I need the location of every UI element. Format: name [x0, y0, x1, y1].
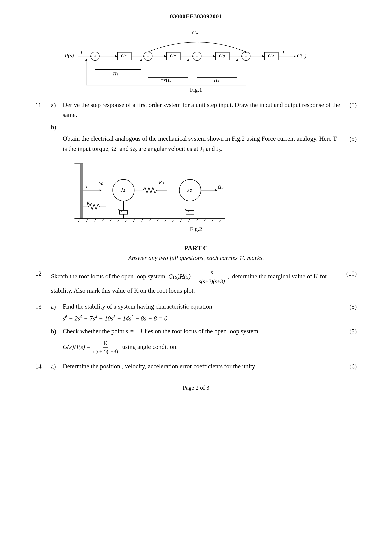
svg-line-90: [94, 219, 96, 222]
svg-marker-64: [99, 189, 102, 191]
q11-b-text-full: Obtain the electrical analogous of the m…: [63, 134, 341, 154]
q14-a-label: a): [51, 361, 63, 371]
svg-line-105: [212, 219, 214, 222]
figure2-diagram: T Ω K₁ J₁ B₁ K₂ J₂ B₂: [69, 160, 323, 222]
svg-text:−H₁: −H₁: [110, 71, 118, 76]
q11-b-content: Obtain the electrical analogous of the m…: [35, 134, 357, 154]
svg-marker-58: [85, 59, 87, 61]
q13-a-text: Find the stability of a system having ch…: [63, 301, 341, 312]
question-12: 12 Sketch the root locus of the open loo…: [35, 268, 357, 296]
svg-text:−H₃: −H₃: [211, 78, 219, 83]
q13-b-marks: (5): [341, 326, 357, 336]
svg-marker-15: [164, 55, 167, 57]
svg-line-100: [173, 219, 175, 222]
svg-text:J₂: J₂: [187, 187, 192, 193]
q11-b-indent: [35, 134, 51, 134]
svg-text:1: 1: [282, 50, 284, 55]
svg-rect-60: [80, 164, 83, 219]
question-11: 11 a) Derive the step response of a firs…: [35, 100, 357, 154]
page-number: Page 2 of 3: [183, 384, 209, 391]
svg-line-88: [78, 219, 80, 222]
svg-text:G₄: G₄: [268, 53, 274, 59]
svg-text:−H₄: −H₄: [161, 77, 169, 82]
q13-row-a: 13 a) Find the stability of a system hav…: [35, 301, 357, 312]
svg-text:G₁: G₁: [121, 53, 127, 59]
q14-a-marks: (6): [341, 361, 357, 371]
svg-text:R(s): R(s): [64, 53, 74, 59]
question-14: 14 a) Determine the position , velocity,…: [35, 361, 357, 371]
svg-line-106: [219, 219, 222, 222]
q13-b-equation: G(s)H(s) = Ks(s+2)(s+3) using angle cond…: [63, 339, 357, 356]
q13-a-marks: (5): [341, 301, 357, 311]
q12-text: Sketch the root locus of the open loop s…: [51, 268, 341, 296]
svg-marker-36: [294, 55, 296, 57]
svg-text:C(s): C(s): [297, 53, 306, 59]
q13-a-label: a): [51, 301, 63, 311]
svg-line-96: [141, 219, 143, 222]
q11-b-marks: (5): [341, 134, 357, 143]
question-13: 13 a) Find the stability of a system hav…: [35, 301, 357, 355]
svg-text:G₃: G₃: [219, 53, 225, 59]
q11-a-text: Derive the step response of a first orde…: [63, 100, 341, 120]
q11-b-spacer: [35, 122, 51, 122]
svg-line-104: [204, 219, 206, 222]
q12-row: 12 Sketch the root locus of the open loo…: [35, 268, 357, 296]
svg-text:T: T: [85, 184, 88, 189]
q12-fraction: Ks(s+2)(s+3): [198, 268, 225, 286]
q11-a-label: a): [51, 100, 63, 110]
fig1-label: Fig.1: [190, 85, 202, 94]
svg-line-89: [86, 219, 88, 222]
svg-text:+: +: [196, 54, 198, 59]
q12-marks: (10): [341, 268, 357, 278]
svg-text:G₂: G₂: [170, 53, 176, 59]
part-c-subtitle: Answer any two full questions, each carr…: [35, 253, 357, 263]
q12-number: 12: [35, 268, 51, 278]
q12-formula: G(s)H(s) = Ks(s+2)(s+3): [168, 273, 226, 280]
svg-line-94: [126, 219, 127, 222]
svg-marker-85: [215, 189, 217, 191]
svg-text:Ω₂: Ω₂: [217, 184, 224, 190]
svg-line-102: [188, 219, 190, 222]
svg-text:J₁: J₁: [120, 187, 125, 193]
svg-marker-43: [140, 59, 142, 61]
svg-text:B₂: B₂: [184, 208, 189, 214]
svg-line-93: [118, 219, 119, 222]
figure1-diagram: R(s) 1 + G₁ + G₂ +: [59, 28, 333, 83]
svg-marker-48: [187, 59, 189, 61]
page-header: 03000EE303092001: [35, 12, 357, 21]
q13-equation: s6 + 2s5 + 7s4 + 10s3 + 14s2 + 8s + 8 = …: [63, 314, 357, 323]
q13-b-fraction: Ks(s+2)(s+3): [93, 339, 119, 356]
svg-line-99: [165, 219, 167, 222]
q11-b-marks-top: [341, 122, 357, 122]
q11-b-indent2: [51, 134, 63, 134]
svg-line-95: [133, 219, 135, 222]
q13-b-text: Check whether the point s = −1 lies on t…: [63, 326, 341, 336]
svg-marker-31: [262, 55, 265, 57]
q11-a-marks: (5): [341, 100, 357, 110]
svg-text:K₂: K₂: [159, 180, 164, 186]
exam-code: 03000EE303092001: [170, 13, 222, 19]
q13-b-row: b) Check whether the point s = −1 lies o…: [51, 326, 357, 336]
svg-text:+: +: [94, 54, 97, 59]
svg-marker-23: [213, 55, 216, 57]
q14-row-a: 14 a) Determine the position , velocity,…: [35, 361, 357, 371]
q13-b-label: b): [51, 326, 63, 336]
svg-line-98: [157, 219, 159, 222]
svg-line-101: [180, 219, 182, 222]
q14-a-text: Determine the position , velocity, accel…: [63, 361, 341, 371]
q14-number: 14: [35, 361, 51, 371]
q11-row-a: 11 a) Derive the step response of a firs…: [35, 100, 357, 120]
svg-marker-7: [115, 55, 118, 57]
svg-text:Gₐ: Gₐ: [192, 30, 198, 35]
q11-b-label: b): [51, 122, 63, 132]
figure1-container: R(s) 1 + G₁ + G₂ +: [35, 28, 357, 94]
part-c-title: PART C: [35, 243, 357, 253]
q11-row-b: b): [35, 122, 357, 132]
svg-line-103: [196, 219, 198, 222]
svg-text:+: +: [245, 54, 247, 59]
page-footer: Page 2 of 3: [35, 383, 357, 392]
figure2-container: T Ω K₁ J₁ B₁ K₂ J₂ B₂: [35, 160, 357, 233]
svg-line-91: [102, 219, 104, 222]
svg-text:+: +: [147, 54, 149, 59]
fig2-label: Fig.2: [190, 224, 202, 233]
